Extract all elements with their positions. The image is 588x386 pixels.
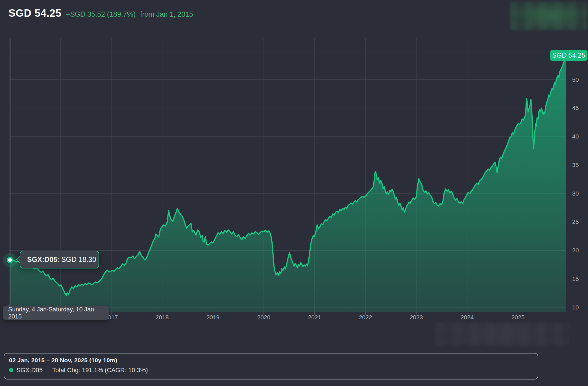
svg-text:50: 50 xyxy=(572,76,579,83)
tooltip-symbol: SGX:D05 xyxy=(27,255,57,264)
series-color-dot xyxy=(9,368,13,372)
selected-point-marker xyxy=(3,253,17,267)
legend-row: SGX:D05 Total Chg: 191.1% (CAGR: 10.3%) xyxy=(9,366,538,374)
legend-divider xyxy=(48,366,48,374)
svg-text:35: 35 xyxy=(572,162,579,168)
svg-text:15: 15 xyxy=(572,276,579,282)
price-change: +SGD 35.52 (189.7%) xyxy=(66,10,136,18)
svg-text:25: 25 xyxy=(572,218,579,225)
svg-text:2021: 2021 xyxy=(308,314,321,320)
svg-text:45: 45 xyxy=(572,105,579,111)
svg-text:40: 40 xyxy=(572,133,579,140)
summary-legend-box: 02 Jan, 2015 – 28 Nov, 2025 (10y 10m) SG… xyxy=(4,353,538,380)
x-axis-ticks xyxy=(60,312,518,315)
chart-page: SGD 54.25 +SGD 35.52 (189.7%) from Jan 1… xyxy=(0,0,588,386)
svg-text:2025: 2025 xyxy=(511,314,525,320)
svg-text:2018: 2018 xyxy=(156,314,169,320)
change-period: from Jan 1, 2015 xyxy=(140,10,193,18)
svg-text:30: 30 xyxy=(572,190,579,197)
date-tooltip: Sunday, 4 Jan-Saturday, 10 Jan 2015 xyxy=(3,306,109,320)
svg-text:2020: 2020 xyxy=(257,314,271,320)
y-axis-labels: 101520253035404550 xyxy=(572,76,579,311)
date-range-text: Sunday, 4 Jan-Saturday, 10 Jan 2015 xyxy=(8,306,109,320)
x-axis-labels: 201720182019202020212022202320242025 xyxy=(105,314,525,320)
tooltip-up-arrow xyxy=(7,303,13,306)
price-header: SGD 54.25 +SGD 35.52 (189.7%) from Jan 1… xyxy=(8,7,193,19)
price-area-fill xyxy=(10,55,566,312)
price-chart[interactable]: 201720182019202020212022202320242025 101… xyxy=(0,0,588,386)
svg-text:2022: 2022 xyxy=(359,314,372,320)
svg-text:2024: 2024 xyxy=(461,314,474,320)
date-range: 02 Jan, 2015 – 28 Nov, 2025 (10y 10m) xyxy=(9,357,538,364)
legend-symbol: SGX:D05 xyxy=(16,367,43,374)
last-price-badge: SGD 54.25 xyxy=(550,50,587,61)
svg-text:20: 20 xyxy=(572,247,579,253)
svg-text:2023: 2023 xyxy=(410,314,423,320)
current-price: SGD 54.25 xyxy=(8,7,62,19)
point-tooltip: SGX:D05: SGD 18.30 xyxy=(20,251,99,268)
legend-stats: Total Chg: 191.1% (CAGR: 10.3%) xyxy=(52,367,148,374)
svg-text:2019: 2019 xyxy=(206,314,220,320)
tooltip-value: : SGD 18.30 xyxy=(57,255,96,264)
svg-text:10: 10 xyxy=(572,304,579,311)
